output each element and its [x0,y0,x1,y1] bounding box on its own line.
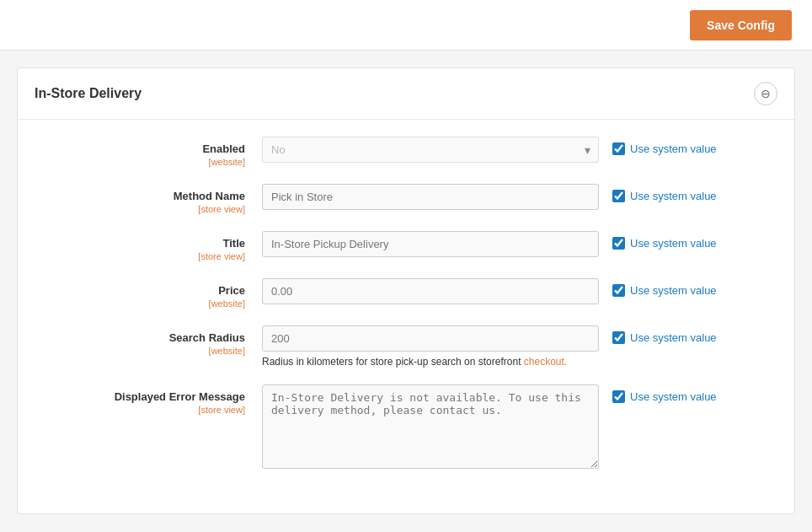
search-radius-field-col: Radius in kilometers for store pick-up s… [262,325,599,368]
section-header: In-Store Delivery ⊖ [18,68,794,120]
search-radius-input[interactable] [262,325,599,352]
price-use-system-col: Use system value [612,278,717,297]
enabled-use-system-checkbox[interactable] [612,142,625,155]
title-input[interactable] [262,231,599,257]
enabled-use-system-col: Use system value [612,137,717,155]
title-use-system-checkbox[interactable] [612,237,625,250]
search-radius-help-link: checkout. [524,356,567,368]
header-bar: Save Config [0,0,812,51]
enabled-scope: [website] [43,157,245,167]
price-label: Price [43,284,245,297]
method-name-scope: [store view] [43,204,245,214]
title-row: Title [store view] Use system value [43,231,769,261]
method-name-use-system-label[interactable]: Use system value [630,190,717,202]
title-field-col [262,231,599,257]
price-input[interactable] [262,278,599,304]
error-message-scope: [store view] [43,405,245,415]
form-body: Enabled [website] No Yes Use system valu… [18,120,794,513]
error-message-textarea[interactable] [262,384,599,469]
title-scope: [store view] [43,251,245,261]
title-label-col: Title [store view] [43,231,262,261]
save-config-button[interactable]: Save Config [690,10,792,40]
search-radius-use-system-label[interactable]: Use system value [630,331,717,344]
enabled-label-col: Enabled [website] [43,137,262,167]
title-label: Title [43,237,245,250]
collapse-icon[interactable]: ⊖ [754,82,777,105]
title-use-system-col: Use system value [612,231,717,250]
method-name-use-system-col: Use system value [612,184,717,202]
method-name-row: Method Name [store view] Use system valu… [43,184,769,214]
price-use-system-label[interactable]: Use system value [630,284,717,297]
search-radius-help-before: Radius in kilometers for store pick-up s… [262,356,524,368]
enabled-use-system-label[interactable]: Use system value [630,142,717,155]
enabled-label: Enabled [43,142,245,155]
method-name-label-col: Method Name [store view] [43,184,262,214]
search-radius-use-system-checkbox[interactable] [612,331,625,344]
error-message-field-col [262,384,599,471]
error-message-row: Displayed Error Message [store view] Use… [43,384,769,471]
title-use-system-label[interactable]: Use system value [630,237,717,250]
collapse-chevron-icon: ⊖ [761,87,771,100]
search-radius-row: Search Radius [website] Radius in kilome… [43,325,769,368]
section-title: In-Store Delivery [35,86,142,101]
method-name-input[interactable] [262,184,599,210]
error-message-use-system-label[interactable]: Use system value [630,390,717,403]
error-message-label-col: Displayed Error Message [store view] [43,384,262,415]
error-message-use-system-checkbox[interactable] [612,390,625,403]
method-name-field-col [262,184,599,210]
search-radius-label-col: Search Radius [website] [43,325,262,356]
enabled-select-wrapper: No Yes [262,137,599,163]
enabled-row: Enabled [website] No Yes Use system valu… [43,137,769,167]
price-row: Price [website] Use system value [43,278,769,309]
search-radius-scope: [website] [43,346,245,356]
error-message-use-system-col: Use system value [612,384,717,403]
search-radius-label: Search Radius [43,331,245,344]
price-label-col: Price [website] [43,278,262,309]
price-scope: [website] [43,298,245,309]
search-radius-use-system-col: Use system value [612,325,717,344]
price-use-system-checkbox[interactable] [612,284,625,297]
enabled-select[interactable]: No Yes [262,137,599,163]
method-name-use-system-checkbox[interactable] [612,190,625,202]
main-content: In-Store Delivery ⊖ Enabled [website] No… [17,67,795,514]
error-message-label: Displayed Error Message [43,390,245,403]
enabled-field-col: No Yes [262,137,599,163]
price-field-col [262,278,599,304]
method-name-label: Method Name [43,190,245,202]
search-radius-help-text: Radius in kilometers for store pick-up s… [262,356,599,368]
